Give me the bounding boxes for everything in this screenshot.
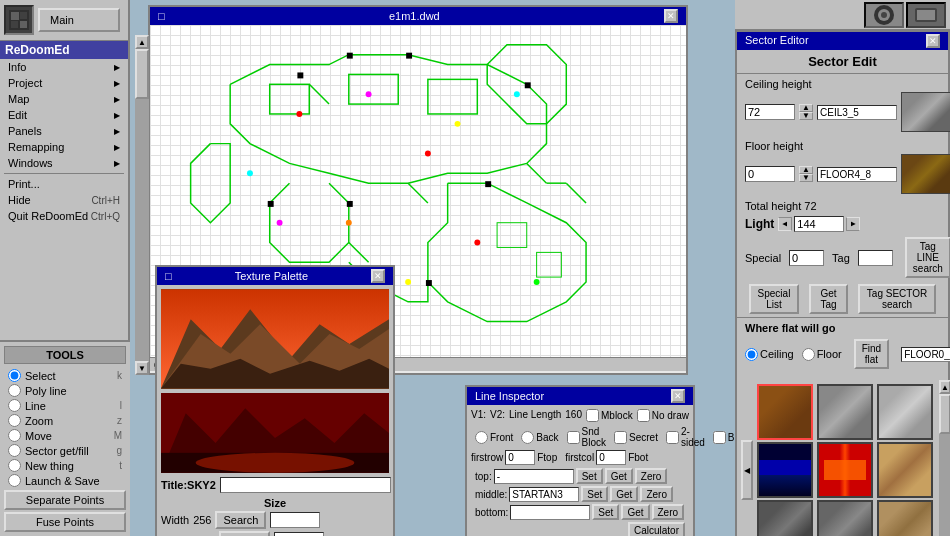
top-right-icon-2[interactable] [906, 2, 946, 28]
firstcol-input[interactable] [596, 450, 626, 465]
sector-editor-close[interactable]: ✕ [926, 34, 940, 48]
tool-move[interactable]: Move M [4, 428, 126, 443]
tool-sector[interactable]: Sector get/fill g [4, 443, 126, 458]
find-flat-button[interactable]: Find flat [854, 339, 889, 369]
sndblock-checkbox[interactable] [567, 431, 580, 444]
twosided-checkbox[interactable] [666, 431, 679, 444]
middle-get-button[interactable]: Get [610, 486, 638, 502]
floor-radio[interactable] [802, 348, 815, 361]
floor-texture-preview[interactable] [901, 154, 950, 194]
tool-zoom[interactable]: Zoom z [4, 413, 126, 428]
width-search-button[interactable]: Search [215, 511, 266, 529]
special-list-button[interactable]: Special List [749, 284, 799, 314]
mblock-checkbox[interactable] [586, 409, 599, 422]
width-search-input[interactable] [270, 512, 320, 528]
palette-minimize[interactable]: □ [165, 270, 172, 282]
tool-move-radio[interactable] [8, 429, 21, 442]
tool-zoom-radio[interactable] [8, 414, 21, 427]
light-value-input[interactable] [794, 216, 844, 232]
ceiling-down-btn[interactable]: ▼ [799, 112, 813, 120]
texture-preview-top[interactable] [161, 289, 389, 389]
tool-sector-radio[interactable] [8, 444, 21, 457]
front-radio[interactable] [475, 431, 488, 444]
tag-sector-input[interactable] [858, 250, 893, 266]
texture-thumb-2[interactable] [817, 384, 873, 440]
top-right-icon-1[interactable] [864, 2, 904, 28]
texture-preview-bottom[interactable] [161, 393, 389, 473]
texture-thumb-4[interactable] [757, 442, 813, 498]
scroll-left-btn[interactable]: ◀ [741, 380, 753, 536]
flat-name-input[interactable] [901, 347, 950, 362]
top-zero-button[interactable]: Zero [635, 468, 668, 484]
texture-thumb-6[interactable] [877, 442, 933, 498]
tool-launch[interactable]: Launch & Save [4, 473, 126, 488]
menu-panels[interactable]: Panels ▶ [0, 123, 128, 139]
bottom-zero-button[interactable]: Zero [652, 504, 685, 520]
tool-launch-radio[interactable] [8, 474, 21, 487]
tag-line-search-button[interactable]: Tag LINE search [905, 237, 950, 278]
tool-line-radio[interactable] [8, 399, 21, 412]
map-close-button[interactable]: ✕ [664, 9, 678, 23]
ceiling-texture-preview[interactable] [901, 92, 950, 132]
tool-select[interactable]: Select k [4, 368, 126, 383]
special-sector-input[interactable] [789, 250, 824, 266]
middle-set-button[interactable]: Set [581, 486, 608, 502]
light-left-btn[interactable]: ▲ [778, 217, 792, 231]
top-get-button[interactable]: Get [605, 468, 633, 484]
ceiling-radio[interactable] [745, 348, 758, 361]
menu-hide[interactable]: Hide Ctrl+H [0, 192, 128, 208]
scroll-up-btn[interactable]: ▲ [939, 380, 950, 394]
left-scroll-thumb[interactable] [135, 49, 149, 99]
texture-thumb-3[interactable] [877, 384, 933, 440]
menu-map[interactable]: Map ▶ [0, 91, 128, 107]
left-scroll-up[interactable]: ▲ [135, 35, 149, 49]
bottom-get-button[interactable]: Get [621, 504, 649, 520]
separate-points-button[interactable]: Separate Points [4, 490, 126, 510]
main-button[interactable]: Main [38, 8, 120, 32]
height-search-button[interactable]: Search [219, 531, 270, 536]
scroll-thumb[interactable] [939, 394, 950, 434]
light-right-btn[interactable]: ▲ [846, 217, 860, 231]
firstrow-input[interactable] [505, 450, 535, 465]
texture-thumb-7[interactable] [757, 500, 813, 536]
top-set-button[interactable]: Set [576, 468, 603, 484]
tool-polyline-radio[interactable] [8, 384, 21, 397]
menu-project[interactable]: Project ▶ [0, 75, 128, 91]
height-search-input[interactable] [274, 532, 324, 536]
get-tag-button[interactable]: Get Tag [809, 284, 848, 314]
menu-print[interactable]: Print... [0, 176, 128, 192]
left-scroll-down[interactable]: ▼ [135, 361, 149, 375]
texture-title-search[interactable] [220, 477, 391, 493]
floor-texture-input[interactable] [817, 167, 897, 182]
menu-edit[interactable]: Edit ▶ [0, 107, 128, 123]
minimize-icon[interactable]: □ [158, 10, 165, 22]
back-radio[interactable] [521, 431, 534, 444]
middle-input[interactable] [509, 487, 579, 502]
tool-line[interactable]: Line l [4, 398, 126, 413]
bottom-input[interactable] [510, 505, 590, 520]
inspector-close-button[interactable]: ✕ [671, 389, 685, 403]
tool-newthing[interactable]: New thing t [4, 458, 126, 473]
fuse-points-button[interactable]: Fuse Points [4, 512, 126, 532]
texture-thumb-1[interactable] [757, 384, 813, 440]
menu-info[interactable]: Info ▶ [0, 59, 128, 75]
tool-select-radio[interactable] [8, 369, 21, 382]
menu-remapping[interactable]: Remapping ▶ [0, 139, 128, 155]
calculator-button[interactable]: Calculator [628, 522, 685, 536]
middle-zero-button[interactable]: Zero [640, 486, 673, 502]
floor-value-input[interactable] [745, 166, 795, 182]
floor-down-btn[interactable]: ▼ [799, 174, 813, 182]
texture-thumb-9[interactable] [877, 500, 933, 536]
bottom-set-button[interactable]: Set [592, 504, 619, 520]
menu-quit[interactable]: Quit ReDoomEd Ctrl+Q [0, 208, 128, 224]
tool-newthing-radio[interactable] [8, 459, 21, 472]
ceiling-value-input[interactable] [745, 104, 795, 120]
top-input[interactable] [494, 469, 574, 484]
nodraw-checkbox[interactable] [637, 409, 650, 422]
block-checkbox[interactable] [713, 431, 726, 444]
palette-close-button[interactable]: ✕ [371, 269, 385, 283]
tag-sector-search-button[interactable]: Tag SECTOR search [858, 284, 936, 314]
tool-polyline[interactable]: Poly line [4, 383, 126, 398]
menu-windows[interactable]: Windows ▶ [0, 155, 128, 171]
texture-thumb-8[interactable] [817, 500, 873, 536]
